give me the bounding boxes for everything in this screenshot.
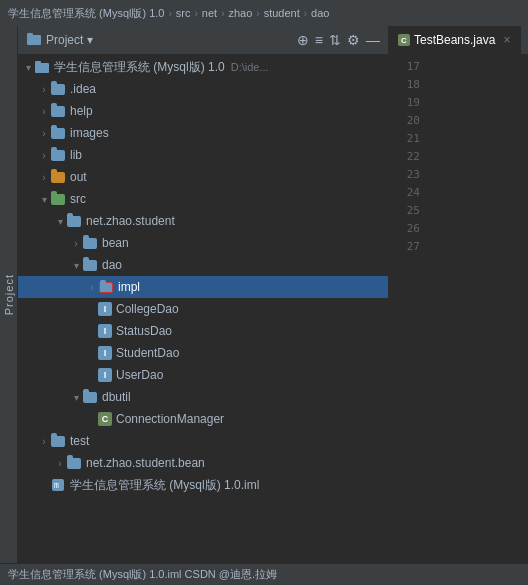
editor-tab-testbeans[interactable]: C TestBeans.java × (388, 26, 521, 54)
idea-expand: › (38, 84, 50, 95)
impl-folder-icon (98, 280, 114, 294)
editor-tab-bar: C TestBeans.java × (388, 26, 528, 54)
line-25: 25 (388, 202, 428, 220)
status-text: 学生信息管理系统 (Mysql版) 1.0.iml CSDN @迪恩.拉姆 (8, 567, 277, 582)
breadcrumb: 学生信息管理系统 (Mysql版) 1.0 › src › net › zhao… (0, 0, 528, 26)
statusdao-name: StatusDao (116, 324, 172, 338)
panel-header-icons: ⊕ ≡ ⇅ ⚙ — (297, 33, 380, 47)
test-folder-icon (50, 434, 66, 448)
tree-item-statusdao[interactable]: I StatusDao (18, 320, 388, 342)
collapse-all-icon[interactable]: ⊕ (297, 33, 309, 47)
line-23: 23 (388, 166, 428, 184)
tree-item-collegedao[interactable]: I CollegeDao (18, 298, 388, 320)
tree-item-connectionmanager[interactable]: C ConnectionManager (18, 408, 388, 430)
line-26: 26 (388, 220, 428, 238)
tree-item-idea[interactable]: › .idea (18, 78, 388, 100)
tree-item-dao[interactable]: ▾ dao (18, 254, 388, 276)
src-name: src (70, 192, 86, 206)
line-numbers: 17 18 19 20 21 22 23 24 25 26 27 (388, 54, 428, 563)
sort-icon[interactable]: ≡ (315, 33, 323, 47)
editor-content: 17 18 19 20 21 22 23 24 25 26 27 (388, 54, 528, 563)
tab-close-button[interactable]: × (503, 33, 510, 47)
tree-item-src[interactable]: ▾ src (18, 188, 388, 210)
tree-item-images[interactable]: › images (18, 122, 388, 144)
sync-icon[interactable]: ⇅ (329, 33, 341, 47)
project-sidebar-label[interactable]: Project (0, 26, 18, 563)
root-path: D:\ide... (231, 61, 269, 73)
tree-item-out[interactable]: › out (18, 166, 388, 188)
settings-icon[interactable]: ⚙ (347, 33, 360, 47)
studentdao-name: StudentDao (116, 346, 179, 360)
tree-item-studentdao[interactable]: I StudentDao (18, 342, 388, 364)
userdao-name: UserDao (116, 368, 163, 382)
line-22: 22 (388, 148, 428, 166)
src-expand: ▾ (38, 194, 50, 205)
src-folder-icon (50, 192, 66, 206)
panel-title-folder-icon (26, 32, 42, 49)
iml-icon: m (50, 478, 66, 492)
tab-label: TestBeans.java (414, 33, 495, 47)
tree-root[interactable]: ▾ 学生信息管理系统 (Mysql版) 1.0 D:\ide... (18, 56, 388, 78)
status-bar: 学生信息管理系统 (Mysql版) 1.0.iml CSDN @迪恩.拉姆 (0, 563, 528, 585)
help-folder-icon (50, 104, 66, 118)
root-expand-arrow: ▾ (22, 62, 34, 73)
line-20: 20 (388, 112, 428, 130)
test-name: test (70, 434, 89, 448)
bean-folder-icon (82, 236, 98, 250)
breadcrumb-item-2[interactable]: net (202, 7, 217, 19)
svg-rect-2 (35, 63, 49, 73)
collegedao-name: CollegeDao (116, 302, 179, 316)
tree-item-test[interactable]: › test (18, 430, 388, 452)
breadcrumb-item-3[interactable]: zhao (228, 7, 252, 19)
breadcrumb-item-5[interactable]: dao (311, 7, 329, 19)
tree-item-net-zhao-student[interactable]: ▾ net.zhao.student (18, 210, 388, 232)
project-panel: Project ▾ ⊕ ≡ ⇅ ⚙ — ▾ (18, 26, 388, 563)
nzs-expand: ▾ (54, 216, 66, 227)
images-expand: › (38, 128, 50, 139)
tree-item-help[interactable]: › help (18, 100, 388, 122)
panel-header: Project ▾ ⊕ ≡ ⇅ ⚙ — (18, 26, 388, 54)
tree-item-userdao[interactable]: I UserDao (18, 364, 388, 386)
hide-icon[interactable]: — (366, 33, 380, 47)
dbutil-name: dbutil (102, 390, 131, 404)
breadcrumb-sep-3: › (256, 8, 259, 19)
dao-name: dao (102, 258, 122, 272)
impl-name: impl (118, 280, 140, 294)
breadcrumb-item-0[interactable]: 学生信息管理系统 (Mysql版) 1.0 (8, 6, 164, 21)
breadcrumb-item-1[interactable]: src (176, 7, 191, 19)
tree-item-nzsbean[interactable]: › net.zhao.student.bean (18, 452, 388, 474)
line-17: 17 (388, 58, 428, 76)
nzsbean-name: net.zhao.student.bean (86, 456, 205, 470)
images-name: images (70, 126, 109, 140)
panel-title-text: Project (46, 33, 83, 47)
out-expand: › (38, 172, 50, 183)
tree-item-lib[interactable]: › lib (18, 144, 388, 166)
dbutil-folder-icon (82, 390, 98, 404)
userdao-interface-icon: I (98, 368, 112, 382)
panel-dropdown-arrow[interactable]: ▾ (87, 33, 93, 47)
nzs-folder-icon (66, 214, 82, 228)
sidebar-label-text: Project (3, 274, 15, 315)
tree-item-impl[interactable]: › impl (18, 276, 388, 298)
panel-title-button[interactable]: Project ▾ (26, 32, 93, 49)
lib-folder-icon (50, 148, 66, 162)
dbutil-expand: ▾ (70, 392, 82, 403)
images-folder-icon (50, 126, 66, 140)
line-18: 18 (388, 76, 428, 94)
dao-folder-icon (82, 258, 98, 272)
breadcrumb-sep-4: › (304, 8, 307, 19)
svg-text:m: m (54, 481, 59, 490)
dao-expand: ▾ (70, 260, 82, 271)
tab-icon: C (398, 34, 410, 46)
code-content[interactable] (428, 54, 528, 563)
tree-item-iml[interactable]: m 学生信息管理系统 (Mysql版) 1.0.iml (18, 474, 388, 496)
editor-area: C TestBeans.java × 17 18 19 20 21 22 23 … (388, 26, 528, 563)
tree-item-dbutil[interactable]: ▾ dbutil (18, 386, 388, 408)
nzs-name: net.zhao.student (86, 214, 175, 228)
tree-item-bean[interactable]: › bean (18, 232, 388, 254)
nzsbean-folder-icon (66, 456, 82, 470)
lib-name: lib (70, 148, 82, 162)
root-name: 学生信息管理系统 (Mysql版) 1.0 (54, 59, 225, 76)
out-name: out (70, 170, 87, 184)
breadcrumb-item-4[interactable]: student (264, 7, 300, 19)
